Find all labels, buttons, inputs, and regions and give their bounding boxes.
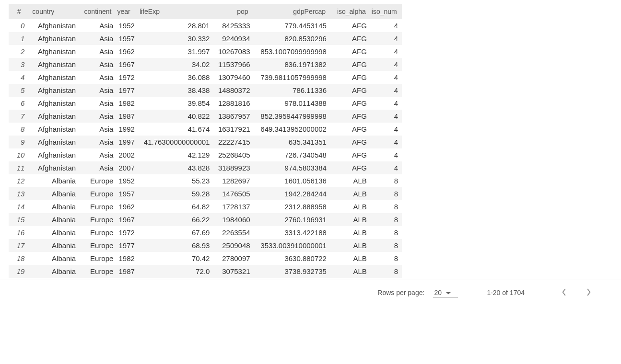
table-header: # country continent year lifeExp pop gdp… [9, 4, 402, 19]
cell-iso-alpha: AFG [328, 71, 369, 84]
rows-per-page-select[interactable]: 20 [433, 288, 458, 298]
table-row: 17AlbaniaEurope197768.9325090483533.0039… [9, 239, 402, 252]
cell-iso-alpha: AFG [328, 161, 369, 174]
cell-index: 13 [9, 187, 29, 200]
cell-continent: Europe [79, 226, 114, 239]
cell-country: Albania [29, 226, 79, 239]
cell-iso-alpha: AFG [328, 84, 369, 97]
cell-country: Afghanistan [29, 71, 79, 84]
cell-iso-num: 4 [369, 71, 402, 84]
data-table: # country continent year lifeExp pop gdp… [9, 4, 402, 278]
col-lifeexp[interactable]: lifeExp [137, 4, 211, 19]
cell-index: 18 [9, 252, 29, 265]
col-gdppercap[interactable]: gdpPercap [251, 4, 328, 19]
cell-gdppercap: 3630.880722 [251, 252, 328, 265]
cell-pop: 1476505 [211, 187, 251, 200]
cell-year: 1952 [114, 19, 137, 32]
col-iso-num[interactable]: iso_num [369, 4, 402, 19]
cell-country: Albania [29, 239, 79, 252]
cell-lifeexp: 34.02 [137, 58, 211, 71]
prev-page-button[interactable] [558, 287, 570, 298]
col-country[interactable]: country [29, 4, 79, 19]
cell-continent: Asia [79, 45, 114, 58]
col-iso-alpha[interactable]: iso_alpha [328, 4, 369, 19]
cell-pop: 2509048 [211, 239, 251, 252]
col-pop[interactable]: pop [211, 4, 251, 19]
cell-pop: 25268405 [211, 148, 251, 161]
cell-index: 9 [9, 136, 29, 148]
cell-pop: 16317921 [211, 123, 251, 136]
cell-index: 6 [9, 97, 29, 110]
cell-year: 1977 [114, 239, 137, 252]
cell-index: 17 [9, 239, 29, 252]
cell-pop: 31889923 [211, 161, 251, 174]
cell-continent: Asia [79, 19, 114, 32]
cell-country: Albania [29, 187, 79, 200]
table-row: 12AlbaniaEurope195255.2312826971601.0561… [9, 174, 402, 187]
cell-country: Afghanistan [29, 45, 79, 58]
cell-lifeexp: 72.0 [137, 265, 211, 278]
cell-year: 1962 [114, 200, 137, 213]
cell-lifeexp: 67.69 [137, 226, 211, 239]
cell-gdppercap: 786.11336 [251, 84, 328, 97]
next-page-button[interactable] [583, 287, 595, 298]
cell-continent: Europe [79, 213, 114, 226]
cell-country: Albania [29, 174, 79, 187]
cell-gdppercap: 853.1007099999998 [251, 45, 328, 58]
table-row: 10AfghanistanAsia200242.12925268405726.7… [9, 148, 402, 161]
cell-continent: Europe [79, 200, 114, 213]
cell-iso-alpha: ALB [328, 213, 369, 226]
cell-year: 2002 [114, 148, 137, 161]
cell-index: 16 [9, 226, 29, 239]
cell-gdppercap: 3533.003910000001 [251, 239, 328, 252]
cell-index: 1 [9, 32, 29, 45]
col-index[interactable]: # [9, 4, 29, 19]
cell-gdppercap: 649.3413952000002 [251, 123, 328, 136]
cell-country: Afghanistan [29, 161, 79, 174]
cell-year: 1972 [114, 226, 137, 239]
cell-iso-alpha: AFG [328, 97, 369, 110]
cell-year: 1967 [114, 58, 137, 71]
cell-pop: 1282697 [211, 174, 251, 187]
cell-iso-alpha: ALB [328, 200, 369, 213]
col-continent[interactable]: continent [79, 4, 114, 19]
cell-pop: 3075321 [211, 265, 251, 278]
cell-iso-alpha: AFG [328, 110, 369, 123]
cell-pop: 1728137 [211, 200, 251, 213]
col-year[interactable]: year [114, 4, 137, 19]
cell-iso-num: 4 [369, 19, 402, 32]
cell-lifeexp: 36.088 [137, 71, 211, 84]
cell-continent: Asia [79, 32, 114, 45]
cell-index: 14 [9, 200, 29, 213]
table-row: 1AfghanistanAsia195730.3329240934820.853… [9, 32, 402, 45]
cell-index: 0 [9, 19, 29, 32]
cell-lifeexp: 41.674 [137, 123, 211, 136]
cell-continent: Asia [79, 97, 114, 110]
cell-continent: Asia [79, 161, 114, 174]
cell-country: Albania [29, 265, 79, 278]
cell-continent: Asia [79, 123, 114, 136]
cell-index: 3 [9, 58, 29, 71]
cell-lifeexp: 30.332 [137, 32, 211, 45]
table-row: 18AlbaniaEurope198270.4227800973630.8807… [9, 252, 402, 265]
cell-country: Afghanistan [29, 19, 79, 32]
cell-iso-alpha: AFG [328, 136, 369, 148]
table-row: 11AfghanistanAsia200743.82831889923974.5… [9, 161, 402, 174]
cell-index: 10 [9, 148, 29, 161]
cell-iso-alpha: ALB [328, 187, 369, 200]
cell-year: 1952 [114, 174, 137, 187]
chevron-right-icon [586, 288, 591, 297]
cell-year: 1992 [114, 123, 137, 136]
cell-country: Afghanistan [29, 97, 79, 110]
cell-iso-num: 4 [369, 123, 402, 136]
cell-index: 19 [9, 265, 29, 278]
table-row: 4AfghanistanAsia197236.08813079460739.98… [9, 71, 402, 84]
cell-iso-alpha: AFG [328, 32, 369, 45]
cell-index: 5 [9, 84, 29, 97]
cell-country: Afghanistan [29, 58, 79, 71]
cell-iso-num: 4 [369, 161, 402, 174]
cell-continent: Asia [79, 71, 114, 84]
cell-year: 1977 [114, 84, 137, 97]
cell-gdppercap: 836.1971382 [251, 58, 328, 71]
cell-lifeexp: 31.997 [137, 45, 211, 58]
